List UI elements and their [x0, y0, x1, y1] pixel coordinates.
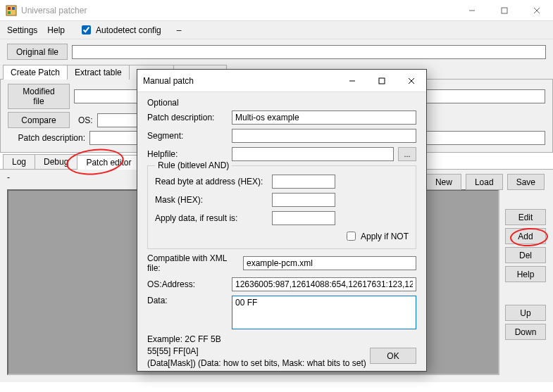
- menu-help[interactable]: Help: [47, 25, 65, 35]
- original-file-row: Original file: [0, 39, 553, 64]
- svg-rect-5: [502, 8, 507, 13]
- help-button[interactable]: Help: [505, 266, 546, 282]
- dlg-segment-label: Segment:: [147, 131, 228, 141]
- autodetect-label: Autodetect config: [96, 25, 161, 35]
- tab-create-patch[interactable]: Create Patch: [3, 65, 68, 80]
- maximize-button[interactable]: [488, 0, 521, 21]
- dlg-helpfile-input[interactable]: [232, 147, 394, 161]
- svg-rect-3: [8, 11, 11, 14]
- dlg-segment-input[interactable]: [232, 129, 416, 143]
- compat-label: Compatible with XML file:: [147, 253, 239, 273]
- close-button[interactable]: [521, 0, 553, 21]
- svg-rect-12: [379, 78, 385, 84]
- menu-settings[interactable]: Settings: [7, 25, 37, 35]
- dlg-patch-desc-input[interactable]: [232, 110, 416, 125]
- autodetect-checkbox[interactable]: Autodetect config: [79, 23, 161, 37]
- tab-extract-table[interactable]: Extract table: [67, 65, 130, 80]
- dialog-titlebar: Manual patch: [137, 70, 426, 92]
- del-button[interactable]: Del: [505, 247, 546, 263]
- apply-if-not-checkbox[interactable]: [347, 232, 356, 241]
- menubar: Settings Help Autodetect config –: [0, 21, 553, 39]
- dlg-patch-desc-label: Patch description:: [147, 113, 228, 122]
- apply-data-label: Apply data, if result is:: [155, 213, 268, 223]
- read-byte-input[interactable]: [272, 175, 335, 189]
- app-icon: [6, 5, 17, 16]
- list-top-buttons: New Load Save: [426, 174, 545, 190]
- ok-button[interactable]: OK: [370, 348, 416, 364]
- svg-rect-1: [8, 7, 11, 10]
- tab-debug[interactable]: Debug: [35, 154, 77, 169]
- modified-file-button[interactable]: Modified file: [8, 84, 70, 109]
- osaddr-label: OS:Address:: [147, 279, 228, 289]
- dlg-helpfile-browse-button[interactable]: ...: [398, 147, 416, 161]
- manual-patch-dialog: Manual patch Optional Patch description:…: [137, 69, 427, 372]
- mask-label: Mask (HEX):: [155, 195, 268, 205]
- down-button[interactable]: Down: [505, 324, 546, 340]
- read-byte-label: Read byte at address (HEX):: [155, 177, 268, 186]
- rule-legend: Rule (bitlevel AND): [155, 160, 232, 170]
- svg-rect-2: [12, 7, 15, 10]
- data-label: Data:: [147, 296, 228, 305]
- dialog-title: Manual patch: [143, 76, 337, 86]
- rule-fieldset: Rule (bitlevel AND) Read byte at address…: [147, 165, 416, 249]
- data-textarea[interactable]: [232, 296, 416, 329]
- dlg-helpfile-label: Helpfile:: [147, 149, 228, 159]
- os-label: OS:: [78, 115, 93, 125]
- original-file-button[interactable]: Original file: [7, 44, 68, 60]
- dialog-minimize-button[interactable]: [337, 70, 367, 92]
- compat-input[interactable]: [243, 256, 416, 270]
- minimize-button[interactable]: [456, 0, 488, 21]
- load-button[interactable]: Load: [466, 174, 503, 190]
- original-file-input[interactable]: [72, 45, 546, 59]
- osaddr-input[interactable]: [232, 277, 416, 291]
- menu-dash: –: [177, 25, 182, 35]
- titlebar: Universal patcher: [0, 0, 553, 21]
- edit-button[interactable]: Edit: [505, 209, 546, 225]
- optional-label: Optional: [147, 98, 416, 108]
- window-title: Universal patcher: [21, 6, 456, 15]
- up-button[interactable]: Up: [505, 305, 546, 321]
- example-line1: Example: 2C FF 5B: [147, 334, 416, 346]
- apply-data-input[interactable]: [272, 211, 335, 225]
- dialog-maximize-button[interactable]: [367, 70, 397, 92]
- save-button[interactable]: Save: [507, 174, 545, 190]
- tab-log[interactable]: Log: [3, 154, 35, 169]
- side-buttons: Edit Add Del Help Up Down: [505, 189, 546, 375]
- compare-button[interactable]: Compare: [8, 112, 70, 128]
- apply-if-not-label: Apply if NOT: [361, 232, 409, 241]
- dialog-close-button[interactable]: [397, 70, 426, 92]
- mask-input[interactable]: [272, 193, 335, 207]
- add-button[interactable]: Add: [505, 228, 546, 244]
- tab-patch-editor[interactable]: Patch editor: [77, 155, 140, 170]
- new-button[interactable]: New: [426, 174, 461, 190]
- patch-desc-label: Patch description:: [8, 133, 85, 143]
- autodetect-checkbox-input[interactable]: [82, 25, 91, 34]
